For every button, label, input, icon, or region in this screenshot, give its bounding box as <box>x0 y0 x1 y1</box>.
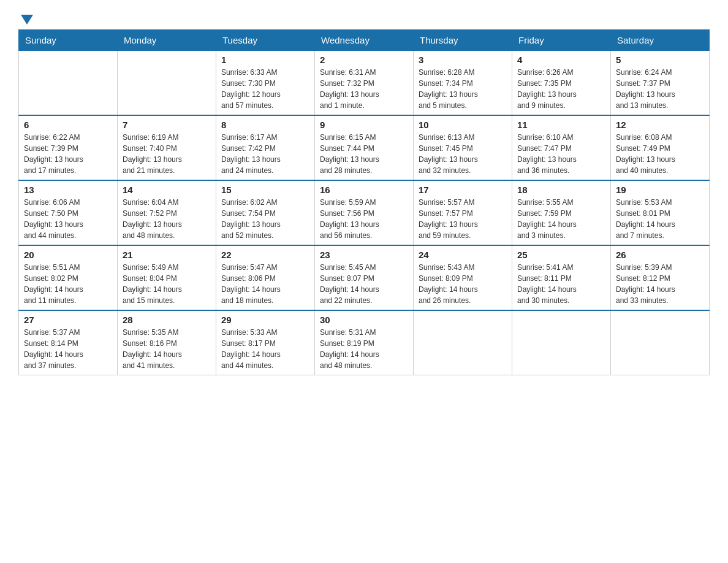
calendar-cell: 20Sunrise: 5:51 AM Sunset: 8:02 PM Dayli… <box>19 245 118 310</box>
weekday-header-tuesday: Tuesday <box>216 30 315 51</box>
calendar-cell: 1Sunrise: 6:33 AM Sunset: 7:30 PM Daylig… <box>216 51 315 116</box>
calendar-cell: 30Sunrise: 5:31 AM Sunset: 8:19 PM Dayli… <box>315 310 414 375</box>
day-number: 10 <box>419 120 507 130</box>
calendar-cell: 17Sunrise: 5:57 AM Sunset: 7:57 PM Dayli… <box>414 180 512 245</box>
page-header <box>18 12 710 23</box>
day-number: 9 <box>320 120 408 130</box>
day-info: Sunrise: 5:37 AM Sunset: 8:14 PM Dayligh… <box>24 327 112 371</box>
calendar-cell: 23Sunrise: 5:45 AM Sunset: 8:07 PM Dayli… <box>315 245 414 310</box>
day-info: Sunrise: 5:51 AM Sunset: 8:02 PM Dayligh… <box>24 262 112 306</box>
day-number: 30 <box>320 315 408 325</box>
calendar-cell: 2Sunrise: 6:31 AM Sunset: 7:32 PM Daylig… <box>315 51 414 116</box>
day-info: Sunrise: 6:33 AM Sunset: 7:30 PM Dayligh… <box>221 67 309 111</box>
calendar-cell: 15Sunrise: 6:02 AM Sunset: 7:54 PM Dayli… <box>216 180 315 245</box>
day-info: Sunrise: 5:31 AM Sunset: 8:19 PM Dayligh… <box>320 327 408 371</box>
day-number: 16 <box>320 185 408 195</box>
day-number: 15 <box>221 185 309 195</box>
day-info: Sunrise: 5:53 AM Sunset: 8:01 PM Dayligh… <box>616 197 704 241</box>
day-info: Sunrise: 5:47 AM Sunset: 8:06 PM Dayligh… <box>221 262 309 306</box>
calendar-cell: 28Sunrise: 5:35 AM Sunset: 8:16 PM Dayli… <box>118 310 216 375</box>
day-info: Sunrise: 6:10 AM Sunset: 7:47 PM Dayligh… <box>517 132 605 176</box>
day-number: 17 <box>419 185 507 195</box>
calendar-week-row: 1Sunrise: 6:33 AM Sunset: 7:30 PM Daylig… <box>19 51 710 116</box>
day-info: Sunrise: 5:43 AM Sunset: 8:09 PM Dayligh… <box>419 262 507 306</box>
day-info: Sunrise: 5:55 AM Sunset: 7:59 PM Dayligh… <box>517 197 605 241</box>
calendar-cell: 11Sunrise: 6:10 AM Sunset: 7:47 PM Dayli… <box>512 115 611 180</box>
day-info: Sunrise: 6:15 AM Sunset: 7:44 PM Dayligh… <box>320 132 408 176</box>
day-number: 29 <box>221 315 309 325</box>
day-number: 28 <box>123 315 211 325</box>
day-number: 14 <box>123 185 211 195</box>
day-info: Sunrise: 6:19 AM Sunset: 7:40 PM Dayligh… <box>123 132 211 176</box>
calendar-table: SundayMondayTuesdayWednesdayThursdayFrid… <box>18 29 710 375</box>
day-info: Sunrise: 5:39 AM Sunset: 8:12 PM Dayligh… <box>616 262 704 306</box>
weekday-header-friday: Friday <box>512 30 611 51</box>
day-info: Sunrise: 6:31 AM Sunset: 7:32 PM Dayligh… <box>320 67 408 111</box>
calendar-week-row: 27Sunrise: 5:37 AM Sunset: 8:14 PM Dayli… <box>19 310 710 375</box>
day-number: 23 <box>320 250 408 260</box>
calendar-cell: 26Sunrise: 5:39 AM Sunset: 8:12 PM Dayli… <box>611 245 710 310</box>
day-number: 7 <box>123 120 211 130</box>
calendar-week-row: 20Sunrise: 5:51 AM Sunset: 8:02 PM Dayli… <box>19 245 710 310</box>
day-number: 4 <box>517 55 605 65</box>
calendar-cell: 24Sunrise: 5:43 AM Sunset: 8:09 PM Dayli… <box>414 245 512 310</box>
weekday-header-wednesday: Wednesday <box>315 30 414 51</box>
calendar-cell: 13Sunrise: 6:06 AM Sunset: 7:50 PM Dayli… <box>19 180 118 245</box>
calendar-cell: 22Sunrise: 5:47 AM Sunset: 8:06 PM Dayli… <box>216 245 315 310</box>
logo <box>18 12 33 23</box>
calendar-cell <box>118 51 216 116</box>
day-number: 5 <box>616 55 704 65</box>
day-info: Sunrise: 5:49 AM Sunset: 8:04 PM Dayligh… <box>123 262 211 306</box>
calendar-cell: 21Sunrise: 5:49 AM Sunset: 8:04 PM Dayli… <box>118 245 216 310</box>
day-info: Sunrise: 6:24 AM Sunset: 7:37 PM Dayligh… <box>616 67 704 111</box>
calendar-cell: 18Sunrise: 5:55 AM Sunset: 7:59 PM Dayli… <box>512 180 611 245</box>
calendar-cell: 12Sunrise: 6:08 AM Sunset: 7:49 PM Dayli… <box>611 115 710 180</box>
calendar-week-row: 6Sunrise: 6:22 AM Sunset: 7:39 PM Daylig… <box>19 115 710 180</box>
day-number: 3 <box>419 55 507 65</box>
calendar-cell: 3Sunrise: 6:28 AM Sunset: 7:34 PM Daylig… <box>414 51 512 116</box>
calendar-cell: 10Sunrise: 6:13 AM Sunset: 7:45 PM Dayli… <box>414 115 512 180</box>
calendar-week-row: 13Sunrise: 6:06 AM Sunset: 7:50 PM Dayli… <box>19 180 710 245</box>
calendar-cell: 16Sunrise: 5:59 AM Sunset: 7:56 PM Dayli… <box>315 180 414 245</box>
calendar-cell: 7Sunrise: 6:19 AM Sunset: 7:40 PM Daylig… <box>118 115 216 180</box>
calendar-cell <box>611 310 710 375</box>
day-info: Sunrise: 5:33 AM Sunset: 8:17 PM Dayligh… <box>221 327 309 371</box>
calendar-cell: 19Sunrise: 5:53 AM Sunset: 8:01 PM Dayli… <box>611 180 710 245</box>
day-number: 2 <box>320 55 408 65</box>
weekday-header-monday: Monday <box>118 30 216 51</box>
calendar-cell: 14Sunrise: 6:04 AM Sunset: 7:52 PM Dayli… <box>118 180 216 245</box>
logo-arrow-icon <box>21 15 33 25</box>
day-info: Sunrise: 6:26 AM Sunset: 7:35 PM Dayligh… <box>517 67 605 111</box>
weekday-header-thursday: Thursday <box>414 30 512 51</box>
calendar-cell: 29Sunrise: 5:33 AM Sunset: 8:17 PM Dayli… <box>216 310 315 375</box>
day-info: Sunrise: 5:59 AM Sunset: 7:56 PM Dayligh… <box>320 197 408 241</box>
day-number: 6 <box>24 120 112 130</box>
day-number: 26 <box>616 250 704 260</box>
calendar-cell: 9Sunrise: 6:15 AM Sunset: 7:44 PM Daylig… <box>315 115 414 180</box>
day-number: 13 <box>24 185 112 195</box>
day-info: Sunrise: 5:35 AM Sunset: 8:16 PM Dayligh… <box>123 327 211 371</box>
calendar-cell <box>414 310 512 375</box>
day-info: Sunrise: 6:13 AM Sunset: 7:45 PM Dayligh… <box>419 132 507 176</box>
day-number: 21 <box>123 250 211 260</box>
day-info: Sunrise: 5:57 AM Sunset: 7:57 PM Dayligh… <box>419 197 507 241</box>
day-info: Sunrise: 5:45 AM Sunset: 8:07 PM Dayligh… <box>320 262 408 306</box>
day-info: Sunrise: 6:17 AM Sunset: 7:42 PM Dayligh… <box>221 132 309 176</box>
day-number: 22 <box>221 250 309 260</box>
calendar-cell: 8Sunrise: 6:17 AM Sunset: 7:42 PM Daylig… <box>216 115 315 180</box>
day-number: 27 <box>24 315 112 325</box>
calendar-cell: 25Sunrise: 5:41 AM Sunset: 8:11 PM Dayli… <box>512 245 611 310</box>
calendar-cell: 27Sunrise: 5:37 AM Sunset: 8:14 PM Dayli… <box>19 310 118 375</box>
day-info: Sunrise: 6:08 AM Sunset: 7:49 PM Dayligh… <box>616 132 704 176</box>
calendar-cell: 5Sunrise: 6:24 AM Sunset: 7:37 PM Daylig… <box>611 51 710 116</box>
day-number: 20 <box>24 250 112 260</box>
weekday-header-sunday: Sunday <box>19 30 118 51</box>
calendar-cell <box>19 51 118 116</box>
day-info: Sunrise: 6:02 AM Sunset: 7:54 PM Dayligh… <box>221 197 309 241</box>
day-info: Sunrise: 6:04 AM Sunset: 7:52 PM Dayligh… <box>123 197 211 241</box>
calendar-cell <box>512 310 611 375</box>
day-number: 8 <box>221 120 309 130</box>
day-number: 11 <box>517 120 605 130</box>
day-number: 18 <box>517 185 605 195</box>
day-number: 1 <box>221 55 309 65</box>
